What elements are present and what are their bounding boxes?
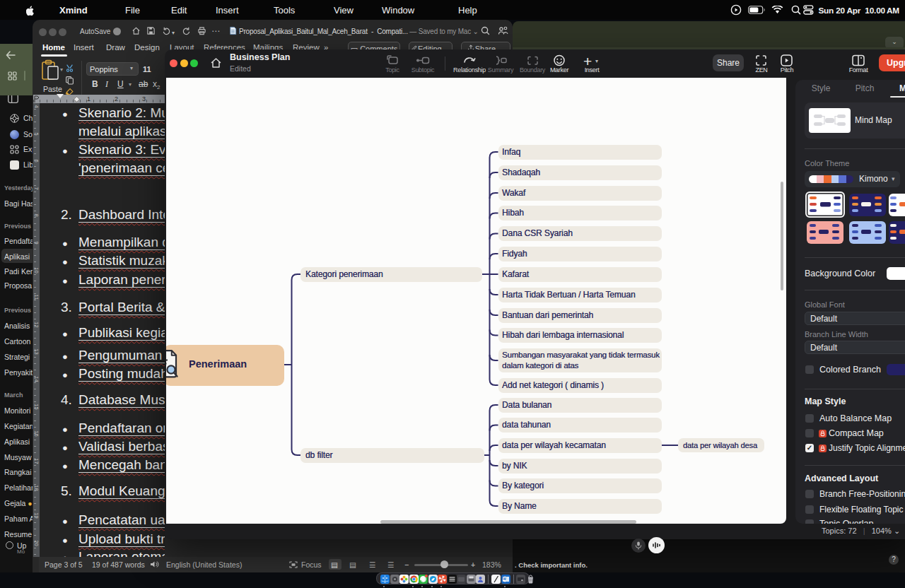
svg-text:W: W (503, 577, 507, 581)
